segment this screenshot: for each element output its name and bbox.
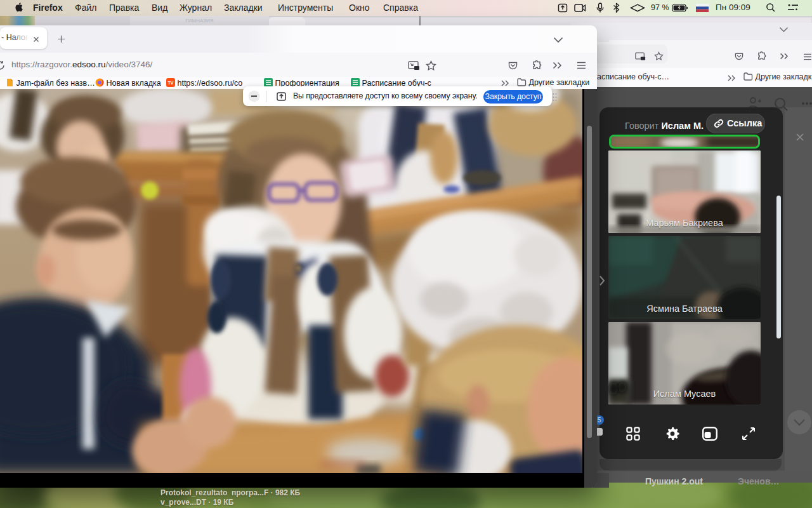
svg-text:TV: TV	[168, 81, 174, 85]
